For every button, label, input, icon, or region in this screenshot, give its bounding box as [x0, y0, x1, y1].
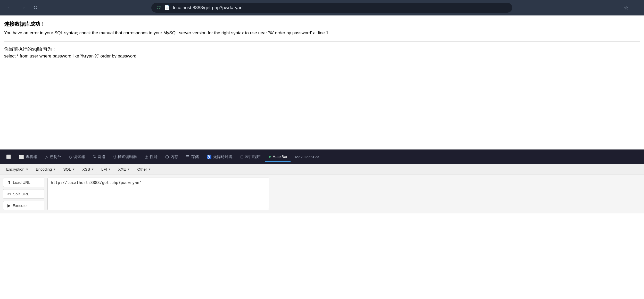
devtools-bar: ⬜ ⬜ 查看器 ▷ 控制台 ◇ 调试器 ⇅ 网络 {} 样式编辑器 ◎ 性能 ⬡…	[0, 150, 644, 164]
other-dropdown[interactable]: Other ▼	[134, 166, 154, 173]
devtools-tab-debugger[interactable]: ◇ 调试器	[66, 152, 88, 161]
devtools-tab-accessibility[interactable]: ♿ 无障碍环境	[203, 152, 236, 161]
url-input[interactable]: http://localhost:8888/get.php?pwd=ryan'	[47, 178, 269, 210]
encryption-label: Encryption	[6, 167, 24, 171]
shield-icon: 🛡	[156, 5, 161, 11]
page-title: 连接数据库成功！	[4, 21, 640, 28]
encoding-dropdown[interactable]: Encoding ▼	[33, 166, 59, 173]
address-text: localhost:8888/get.php?pwd=ryan'	[173, 5, 507, 11]
hackbar-actions: ⬆ Load URL ✂ Split URL ▶ Execute	[3, 178, 44, 210]
load-url-button[interactable]: ⬆ Load URL	[3, 178, 44, 187]
storage-icon: ☰	[186, 154, 189, 159]
encryption-dropdown[interactable]: Encryption ▼	[3, 166, 32, 173]
hackbar-body: ⬆ Load URL ✂ Split URL ▶ Execute http://…	[0, 175, 644, 213]
style-editor-label: 样式编辑器	[118, 154, 137, 159]
accessibility-icon: ♿	[207, 154, 212, 159]
devtools-tab-performance[interactable]: ◎ 性能	[142, 152, 161, 161]
devtools-tab-memory[interactable]: ⬡ 内存	[162, 152, 181, 161]
split-url-button[interactable]: ✂ Split URL	[3, 189, 44, 199]
network-label: 网络	[98, 154, 105, 159]
style-editor-icon: {}	[113, 154, 116, 159]
devtools-tab-style-editor[interactable]: {} 样式编辑器	[110, 152, 140, 161]
hackbar-panel: Encryption ▼ Encoding ▼ SQL ▼ XSS ▼ LFI …	[0, 164, 644, 213]
devtools-tab-hackbar[interactable]: ● HackBar	[265, 152, 291, 162]
debugger-icon: ◇	[69, 154, 72, 159]
load-url-icon: ⬆	[7, 180, 11, 185]
reload-button[interactable]: ↻	[31, 3, 40, 12]
execute-label: Execute	[13, 203, 27, 208]
devtools-tab-network[interactable]: ⇅ 网络	[90, 152, 109, 161]
xss-arrow-icon: ▼	[91, 168, 94, 171]
memory-label: 内存	[170, 154, 178, 159]
current-icon: ⬜	[6, 154, 11, 159]
hackbar-toolbar: Encryption ▼ Encoding ▼ SQL ▼ XSS ▼ LFI …	[0, 164, 644, 175]
lfi-label: LFI	[101, 167, 107, 171]
sql-query: select * from user where password like '…	[4, 54, 640, 59]
performance-label: 性能	[150, 154, 158, 159]
page-divider	[4, 41, 640, 42]
encoding-label: Encoding	[36, 167, 52, 171]
other-label: Other	[137, 167, 147, 171]
xxe-arrow-icon: ▼	[127, 168, 130, 171]
sql-dropdown[interactable]: SQL ▼	[60, 166, 78, 173]
devtools-tab-inspector[interactable]: ⬜ 查看器	[16, 152, 40, 161]
encryption-arrow-icon: ▼	[26, 168, 29, 171]
browser-actions: ☆ ⋯	[624, 5, 639, 11]
browser-chrome: ← → ↻ 🛡 📄 localhost:8888/get.php?pwd=rya…	[0, 0, 644, 15]
other-arrow-icon: ▼	[148, 168, 151, 171]
load-url-label: Load URL	[13, 180, 30, 185]
xss-dropdown[interactable]: XSS ▼	[79, 166, 97, 173]
lfi-dropdown[interactable]: LFI ▼	[98, 166, 114, 173]
sql-arrow-icon: ▼	[72, 168, 75, 171]
devtools-tab-storage[interactable]: ☰ 存储	[183, 152, 202, 161]
sql-label: SQL	[63, 167, 71, 171]
console-icon: ▷	[45, 154, 48, 159]
lfi-arrow-icon: ▼	[108, 168, 111, 171]
encoding-arrow-icon: ▼	[53, 168, 56, 171]
memory-icon: ⬡	[165, 154, 169, 159]
page-content: 连接数据库成功！ You have an error in your SQL s…	[0, 15, 644, 150]
page-error: You have an error in your SQL syntax; ch…	[4, 30, 640, 36]
sql-label: 你当前执行的sql语句为：	[4, 46, 640, 52]
accessibility-label: 无障碍环境	[213, 154, 233, 159]
split-url-label: Split URL	[13, 192, 29, 196]
split-url-icon: ✂	[7, 192, 11, 196]
devtools-tab-current[interactable]: ⬜	[3, 152, 14, 161]
application-label: 应用程序	[245, 154, 261, 159]
execute-button[interactable]: ▶ Execute	[3, 201, 44, 210]
bookmark-icon[interactable]: ☆	[624, 5, 629, 11]
execute-icon: ▶	[7, 203, 11, 208]
hackbar-label: HackBar	[273, 154, 288, 159]
inspector-label: 查看器	[26, 154, 37, 159]
nav-buttons: ← → ↻	[5, 3, 40, 12]
maxhackbar-label: Max HacKBar	[295, 155, 319, 159]
application-icon: ⊞	[240, 154, 244, 159]
menu-icon[interactable]: ⋯	[634, 5, 639, 11]
console-label: 控制台	[49, 154, 61, 159]
doc-icon: 📄	[164, 5, 170, 11]
xxe-label: XXE	[118, 167, 126, 171]
address-bar[interactable]: 🛡 📄 localhost:8888/get.php?pwd=ryan'	[151, 3, 512, 13]
xxe-dropdown[interactable]: XXE ▼	[115, 166, 133, 173]
devtools-tab-console[interactable]: ▷ 控制台	[42, 152, 64, 161]
devtools-tab-maxhackbar[interactable]: Max HacKBar	[292, 153, 322, 161]
hackbar-dot-icon: ●	[268, 154, 271, 159]
storage-label: 存储	[191, 154, 199, 159]
xss-label: XSS	[82, 167, 90, 171]
forward-button[interactable]: →	[18, 3, 28, 12]
devtools-tab-application[interactable]: ⊞ 应用程序	[237, 152, 264, 161]
back-button[interactable]: ←	[5, 3, 15, 12]
debugger-label: 调试器	[73, 154, 85, 159]
inspector-icon: ⬜	[19, 154, 24, 159]
network-icon: ⇅	[93, 154, 96, 159]
performance-icon: ◎	[145, 154, 148, 159]
